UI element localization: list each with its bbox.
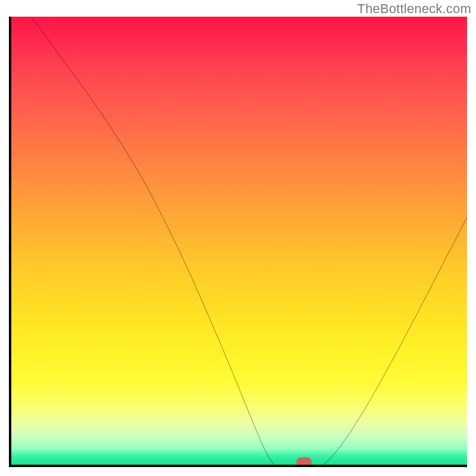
optimal-point-marker — [296, 458, 312, 466]
plot-area — [9, 17, 467, 467]
watermark-text: TheBottleneck.com — [357, 1, 471, 17]
curve-svg — [11, 17, 467, 467]
curve-path — [32, 17, 467, 467]
chart-container: TheBottleneck.com — [0, 0, 476, 476]
